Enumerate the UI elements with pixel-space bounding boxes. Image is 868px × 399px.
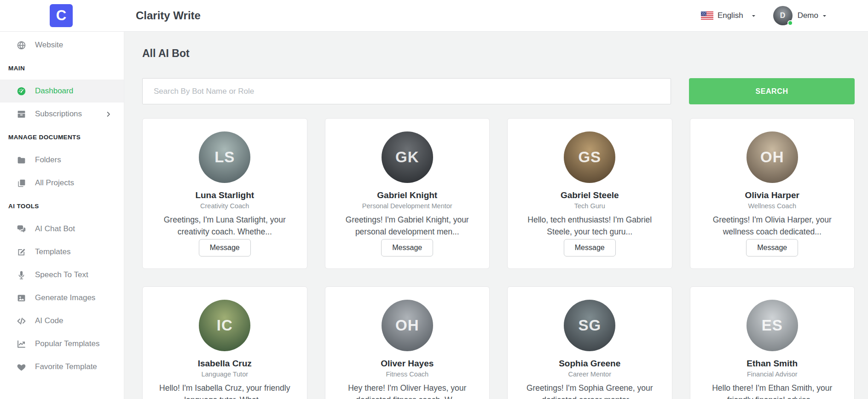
- bot-avatar: OH: [382, 300, 433, 351]
- bot-avatar: GS: [564, 131, 615, 183]
- user-avatar: D: [773, 6, 793, 25]
- sidebar-section-header: MAIN: [0, 57, 124, 80]
- sidebar-item-label: Speech To Text: [35, 270, 88, 279]
- ai-chat-bot-icon: [17, 224, 26, 234]
- message-button[interactable]: Message: [381, 239, 433, 256]
- bot-role: Financial Advisor: [747, 370, 798, 378]
- sidebar-item-templates[interactable]: Templates: [0, 240, 124, 263]
- page-title: All AI Bot: [142, 47, 855, 60]
- bot-description: Hello! I'm Isabella Cruz, your friendly …: [153, 382, 297, 399]
- sidebar-item-generate-images[interactable]: Generate Images: [0, 286, 124, 309]
- message-button[interactable]: Message: [199, 239, 251, 256]
- sidebar-item-label: Folders: [35, 155, 61, 165]
- bot-avatar-initials: OH: [760, 148, 784, 166]
- sidebar-item-label: Favorite Template: [35, 362, 97, 371]
- online-status-dot: [787, 20, 793, 26]
- user-name: Demo: [798, 11, 818, 20]
- search-row: SEARCH: [142, 78, 855, 104]
- bot-avatar: ES: [746, 300, 798, 351]
- sidebar-item-subscriptions[interactable]: Subscriptions: [0, 103, 124, 125]
- all-projects-icon: [17, 178, 26, 188]
- bot-name: Olivia Harper: [745, 190, 799, 200]
- bot-role: Personal Development Mentor: [362, 202, 452, 210]
- message-button[interactable]: Message: [564, 239, 616, 256]
- sidebar-section-header: MANAGE DOCUMENTS: [0, 125, 124, 148]
- sidebar-item-ai-chat-bot[interactable]: AI Chat Bot: [0, 217, 124, 240]
- language-label: English: [718, 11, 743, 20]
- chevron-down-icon: [822, 13, 827, 19]
- sidebar-item-dashboard[interactable]: Dashboard: [0, 80, 124, 103]
- favorite-template-icon: [17, 362, 26, 372]
- sidebar-item-label: Subscriptions: [35, 109, 82, 119]
- bot-avatar-initials: GS: [578, 148, 601, 166]
- bot-name: Sophia Greene: [559, 359, 620, 369]
- bot-name: Gabriel Steele: [561, 190, 619, 200]
- search-input[interactable]: [142, 78, 671, 104]
- bot-role: Fitness Coach: [386, 370, 428, 378]
- bot-card-grid: LSLuna StarlightCreativity CoachGreeting…: [142, 118, 855, 399]
- bot-avatar-initials: SG: [578, 317, 601, 334]
- sidebar-section-header: AI TOOLS: [0, 194, 124, 217]
- generate-images-icon: [17, 293, 26, 303]
- chevron-down-icon: [751, 13, 757, 19]
- bot-role: Tech Guru: [574, 202, 605, 210]
- bot-avatar-initials: GK: [395, 148, 419, 166]
- sidebar-item-label: Templates: [35, 247, 70, 256]
- bot-card: LSLuna StarlightCreativity CoachGreeting…: [142, 118, 307, 269]
- app-logo[interactable]: C: [50, 4, 73, 27]
- bot-description: Greetings! I'm Sophia Greene, your dedic…: [518, 382, 662, 399]
- templates-icon: [17, 247, 26, 257]
- sidebar-item-website[interactable]: Website: [0, 34, 124, 57]
- bot-name: Oliver Hayes: [381, 359, 434, 369]
- bot-name: Luna Starlight: [195, 190, 254, 200]
- bot-description: Hello, tech enthusiasts! I'm Gabriel Ste…: [518, 214, 662, 238]
- us-flag-icon: [701, 11, 713, 20]
- bot-avatar-initials: IC: [217, 317, 233, 334]
- dashboard-icon: [17, 86, 26, 96]
- page-layout: WebsiteMAINDashboardSubscriptionsMANAGE …: [0, 32, 868, 399]
- top-bar: C Clarity Write English D: [0, 0, 868, 32]
- bot-avatar: SG: [564, 300, 615, 351]
- sidebar-item-label: Website: [35, 40, 63, 50]
- sidebar-item-popular-templates[interactable]: Popular Templates: [0, 332, 124, 355]
- main-content: All AI Bot SEARCH LSLuna StarlightCreati…: [124, 32, 868, 399]
- bot-card: GSGabriel SteeleTech GuruHello, tech ent…: [507, 118, 672, 269]
- bot-role: Creativity Coach: [200, 202, 249, 210]
- speech-to-text-icon: [17, 270, 26, 280]
- bot-name: Isabella Cruz: [198, 359, 252, 369]
- bot-avatar: LS: [199, 131, 250, 183]
- bot-avatar-initials: OH: [395, 317, 419, 334]
- app-title: Clarity Write: [136, 9, 201, 22]
- sidebar-item-label: AI Code: [35, 316, 63, 325]
- bot-role: Wellness Coach: [748, 202, 796, 210]
- bot-role: Career Mentor: [568, 370, 611, 378]
- bot-card: OHOliver HayesFitness CoachHey there! I'…: [325, 286, 490, 399]
- sidebar-item-label: All Projects: [35, 178, 74, 188]
- user-avatar-initials: D: [780, 11, 786, 20]
- subscriptions-icon: [17, 109, 26, 119]
- sidebar-item-all-projects[interactable]: All Projects: [0, 171, 124, 194]
- language-selector[interactable]: English: [701, 11, 757, 20]
- bot-description: Hey there! I'm Oliver Hayes, your dedica…: [336, 382, 480, 399]
- sidebar-item-folders[interactable]: Folders: [0, 148, 124, 171]
- bot-card: OHOlivia HarperWellness CoachGreetings! …: [690, 118, 855, 269]
- sidebar-item-speech-to-text[interactable]: Speech To Text: [0, 263, 124, 286]
- sidebar-item-ai-code[interactable]: AI Code: [0, 309, 124, 332]
- bot-avatar-initials: LS: [214, 148, 235, 166]
- bot-avatar: OH: [746, 131, 798, 183]
- bot-description: Greetings! I'm Olivia Harper, your welln…: [700, 214, 845, 238]
- sidebar-item-favorite-template[interactable]: Favorite Template: [0, 355, 124, 378]
- bot-description: Greetings! I'm Gabriel Knight, your pers…: [336, 214, 480, 238]
- search-button[interactable]: SEARCH: [689, 78, 855, 104]
- sidebar-item-label: Dashboard: [35, 86, 73, 96]
- ai-code-icon: [17, 316, 26, 326]
- bot-card: SGSophia GreeneCareer MentorGreetings! I…: [507, 286, 672, 399]
- user-menu[interactable]: D Demo: [773, 6, 827, 25]
- popular-templates-icon: [17, 339, 26, 349]
- bot-card: ICIsabella CruzLanguage TutorHello! I'm …: [142, 286, 307, 399]
- message-button[interactable]: Message: [746, 239, 798, 256]
- bot-description: Hello there! I'm Ethan Smith, your frien…: [700, 382, 845, 399]
- sidebar-nav: WebsiteMAINDashboardSubscriptionsMANAGE …: [0, 32, 124, 399]
- sidebar-item-label: AI Chat Bot: [35, 224, 75, 234]
- sidebar-item-label: Generate Images: [35, 293, 95, 302]
